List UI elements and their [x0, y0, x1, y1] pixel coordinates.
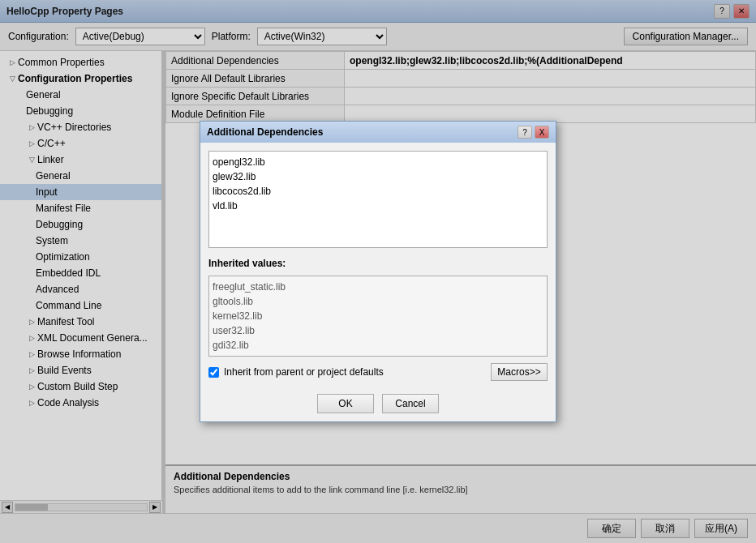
inherited-item-freeglut: freeglut_static.lib: [213, 280, 543, 294]
modal-overlay: Additional Dependencies ? X opengl32.lib…: [0, 0, 756, 543]
modal-close-button[interactable]: X: [535, 126, 549, 139]
macros-button[interactable]: Macros>>: [491, 363, 548, 381]
edit-list-container[interactable]: opengl32.lib glew32.lib libcocos2d.lib v…: [208, 151, 548, 248]
checkbox-row: Inherit from parent or project defaults …: [208, 363, 548, 381]
additional-dependencies-dialog: Additional Dependencies ? X opengl32.lib…: [200, 121, 556, 422]
inherit-label[interactable]: Inherit from parent or project defaults: [224, 366, 384, 378]
modal-title-bar: Additional Dependencies ? X: [200, 122, 556, 143]
edit-list: opengl32.lib glew32.lib libcocos2d.lib v…: [209, 152, 547, 216]
inherit-checkbox[interactable]: [208, 367, 219, 378]
modal-body: opengl32.lib glew32.lib libcocos2d.lib v…: [200, 143, 556, 389]
edit-item-opengl[interactable]: opengl32.lib: [213, 155, 543, 169]
inherited-label: Inherited values:: [208, 258, 548, 269]
inherited-item-gltools: gltools.lib: [213, 294, 543, 309]
edit-item-glew[interactable]: glew32.lib: [213, 169, 543, 184]
edit-item-libcocos[interactable]: libcocos2d.lib: [213, 184, 543, 199]
inherited-box: freeglut_static.lib gltools.lib kernel32…: [208, 276, 548, 357]
modal-help-button[interactable]: ?: [518, 126, 532, 139]
modal-title-buttons: ? X: [518, 126, 549, 139]
inherited-item-gdi32: gdi32.lib: [213, 338, 543, 353]
modal-ok-button[interactable]: OK: [317, 394, 374, 413]
modal-ok-cancel: OK Cancel: [200, 389, 556, 421]
edit-item-vld[interactable]: vld.lib: [213, 199, 543, 213]
inherited-item-kernel32: kernel32.lib: [213, 309, 543, 323]
modal-cancel-button[interactable]: Cancel: [382, 394, 439, 413]
modal-title: Additional Dependencies: [207, 126, 323, 138]
inherited-item-user32: user32.lib: [213, 323, 543, 338]
